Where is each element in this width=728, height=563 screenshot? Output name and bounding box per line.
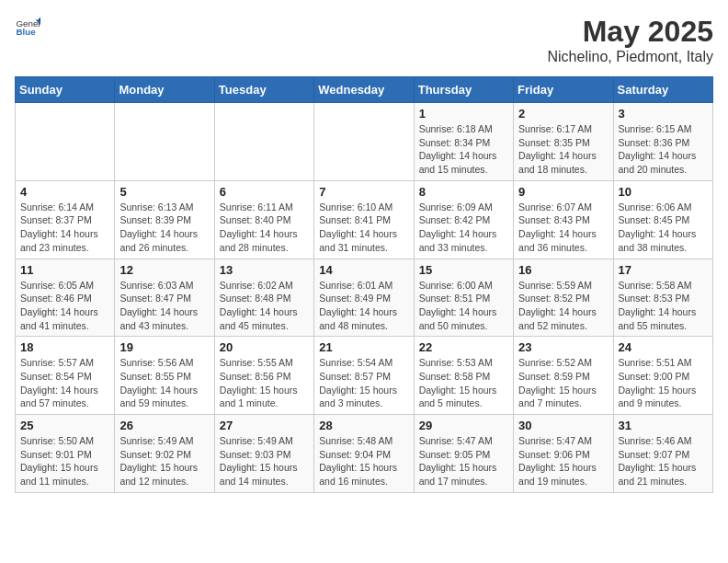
page-header: General Blue May 2025 Nichelino, Piedmon… — [15, 15, 713, 65]
day-info: Sunrise: 5:49 AM Sunset: 9:02 PM Dayligh… — [119, 434, 209, 488]
day-info: Sunrise: 6:14 AM Sunset: 8:37 PM Dayligh… — [20, 201, 109, 255]
calendar-cell: 31Sunrise: 5:46 AM Sunset: 9:07 PM Dayli… — [613, 415, 712, 493]
calendar-cell: 23Sunrise: 5:52 AM Sunset: 8:59 PM Dayli… — [514, 337, 613, 415]
day-number: 2 — [518, 107, 608, 121]
day-number: 4 — [20, 185, 109, 199]
calendar-week-row: 1Sunrise: 6:18 AM Sunset: 8:34 PM Daylig… — [16, 103, 713, 181]
day-info: Sunrise: 6:11 AM Sunset: 8:40 PM Dayligh… — [220, 201, 309, 255]
day-info: Sunrise: 5:49 AM Sunset: 9:03 PM Dayligh… — [220, 434, 309, 488]
day-info: Sunrise: 5:47 AM Sunset: 9:05 PM Dayligh… — [419, 434, 508, 488]
day-info: Sunrise: 6:10 AM Sunset: 8:41 PM Dayligh… — [319, 201, 408, 255]
day-number: 7 — [319, 185, 408, 199]
calendar-cell — [115, 103, 214, 181]
day-info: Sunrise: 6:01 AM Sunset: 8:49 PM Dayligh… — [319, 279, 408, 333]
calendar-week-row: 11Sunrise: 6:05 AM Sunset: 8:46 PM Dayli… — [16, 259, 713, 337]
day-info: Sunrise: 5:48 AM Sunset: 9:04 PM Dayligh… — [319, 434, 408, 488]
day-info: Sunrise: 6:18 AM Sunset: 8:34 PM Dayligh… — [419, 122, 508, 177]
day-number: 17 — [619, 263, 708, 277]
day-number: 31 — [619, 419, 708, 432]
calendar-cell: 3Sunrise: 6:15 AM Sunset: 8:36 PM Daylig… — [613, 103, 712, 181]
day-number: 1 — [419, 107, 508, 121]
calendar-cell: 19Sunrise: 5:56 AM Sunset: 8:55 PM Dayli… — [115, 337, 214, 415]
day-info: Sunrise: 6:00 AM Sunset: 8:51 PM Dayligh… — [419, 279, 508, 333]
calendar-cell: 21Sunrise: 5:54 AM Sunset: 8:57 PM Dayli… — [314, 337, 414, 415]
calendar-cell: 16Sunrise: 5:59 AM Sunset: 8:52 PM Dayli… — [514, 259, 613, 337]
calendar-cell: 7Sunrise: 6:10 AM Sunset: 8:41 PM Daylig… — [314, 180, 414, 259]
day-info: Sunrise: 6:05 AM Sunset: 8:46 PM Dayligh… — [20, 279, 109, 333]
weekday-header: Wednesday — [314, 77, 414, 103]
calendar-cell: 2Sunrise: 6:17 AM Sunset: 8:35 PM Daylig… — [514, 103, 613, 181]
calendar-cell: 29Sunrise: 5:47 AM Sunset: 9:05 PM Dayli… — [414, 415, 513, 493]
day-number: 8 — [419, 185, 508, 199]
day-number: 26 — [119, 419, 209, 432]
weekday-header: Tuesday — [214, 77, 313, 103]
weekday-header: Monday — [115, 77, 214, 103]
calendar-cell — [314, 103, 414, 181]
svg-text:Blue: Blue — [16, 27, 36, 37]
day-number: 11 — [20, 263, 109, 277]
day-number: 21 — [319, 340, 408, 354]
calendar-cell — [214, 103, 313, 181]
day-number: 20 — [220, 340, 309, 354]
logo: General Blue — [15, 15, 40, 40]
calendar-cell: 17Sunrise: 5:58 AM Sunset: 8:53 PM Dayli… — [613, 259, 712, 337]
day-info: Sunrise: 5:54 AM Sunset: 8:57 PM Dayligh… — [319, 356, 408, 410]
logo-icon: General Blue — [15, 15, 40, 40]
day-number: 5 — [119, 185, 209, 199]
day-number: 24 — [619, 340, 708, 354]
day-info: Sunrise: 5:52 AM Sunset: 8:59 PM Dayligh… — [518, 356, 608, 410]
calendar-table: SundayMondayTuesdayWednesdayThursdayFrid… — [15, 76, 713, 493]
day-info: Sunrise: 5:47 AM Sunset: 9:06 PM Dayligh… — [518, 434, 608, 488]
calendar-cell: 14Sunrise: 6:01 AM Sunset: 8:49 PM Dayli… — [314, 259, 414, 337]
weekday-header: Thursday — [414, 77, 513, 103]
day-number: 29 — [419, 419, 508, 432]
day-number: 12 — [119, 263, 209, 277]
day-number: 9 — [518, 185, 608, 199]
calendar-cell: 9Sunrise: 6:07 AM Sunset: 8:43 PM Daylig… — [514, 180, 613, 259]
calendar-cell: 15Sunrise: 6:00 AM Sunset: 8:51 PM Dayli… — [414, 259, 513, 337]
day-number: 16 — [518, 263, 608, 277]
day-info: Sunrise: 5:53 AM Sunset: 8:58 PM Dayligh… — [419, 356, 508, 410]
calendar-cell: 22Sunrise: 5:53 AM Sunset: 8:58 PM Dayli… — [414, 337, 513, 415]
weekday-header: Saturday — [613, 77, 712, 103]
calendar-cell: 12Sunrise: 6:03 AM Sunset: 8:47 PM Dayli… — [115, 259, 214, 337]
day-number: 27 — [220, 419, 309, 432]
day-info: Sunrise: 6:02 AM Sunset: 8:48 PM Dayligh… — [220, 279, 309, 333]
calendar-week-row: 25Sunrise: 5:50 AM Sunset: 9:01 PM Dayli… — [16, 415, 713, 493]
page-subtitle: Nichelino, Piedmont, Italy — [547, 49, 713, 65]
title-block: May 2025 Nichelino, Piedmont, Italy — [547, 15, 713, 65]
day-number: 18 — [20, 340, 109, 354]
calendar-cell: 27Sunrise: 5:49 AM Sunset: 9:03 PM Dayli… — [214, 415, 313, 493]
calendar-cell: 11Sunrise: 6:05 AM Sunset: 8:46 PM Dayli… — [16, 259, 115, 337]
calendar-cell: 26Sunrise: 5:49 AM Sunset: 9:02 PM Dayli… — [115, 415, 214, 493]
calendar-cell — [16, 103, 115, 181]
day-info: Sunrise: 6:07 AM Sunset: 8:43 PM Dayligh… — [518, 201, 608, 255]
day-info: Sunrise: 5:46 AM Sunset: 9:07 PM Dayligh… — [619, 434, 708, 488]
day-info: Sunrise: 5:59 AM Sunset: 8:52 PM Dayligh… — [518, 279, 608, 333]
calendar-cell: 6Sunrise: 6:11 AM Sunset: 8:40 PM Daylig… — [214, 180, 313, 259]
day-info: Sunrise: 6:15 AM Sunset: 8:36 PM Dayligh… — [619, 122, 708, 177]
page-title: May 2025 — [547, 15, 713, 49]
day-info: Sunrise: 5:50 AM Sunset: 9:01 PM Dayligh… — [20, 434, 109, 488]
day-number: 14 — [319, 263, 408, 277]
day-number: 28 — [319, 419, 408, 432]
calendar-cell: 8Sunrise: 6:09 AM Sunset: 8:42 PM Daylig… — [414, 180, 513, 259]
calendar-cell: 25Sunrise: 5:50 AM Sunset: 9:01 PM Dayli… — [16, 415, 115, 493]
weekday-header: Friday — [514, 77, 613, 103]
day-number: 30 — [518, 419, 608, 432]
day-number: 19 — [119, 340, 209, 354]
calendar-cell: 30Sunrise: 5:47 AM Sunset: 9:06 PM Dayli… — [514, 415, 613, 493]
calendar-cell: 10Sunrise: 6:06 AM Sunset: 8:45 PM Dayli… — [613, 180, 712, 259]
calendar-week-row: 18Sunrise: 5:57 AM Sunset: 8:54 PM Dayli… — [16, 337, 713, 415]
calendar-cell: 5Sunrise: 6:13 AM Sunset: 8:39 PM Daylig… — [115, 180, 214, 259]
calendar-cell: 24Sunrise: 5:51 AM Sunset: 9:00 PM Dayli… — [613, 337, 712, 415]
day-info: Sunrise: 5:51 AM Sunset: 9:00 PM Dayligh… — [619, 356, 708, 410]
calendar-header-row: SundayMondayTuesdayWednesdayThursdayFrid… — [16, 77, 713, 103]
calendar-cell: 18Sunrise: 5:57 AM Sunset: 8:54 PM Dayli… — [16, 337, 115, 415]
day-number: 13 — [220, 263, 309, 277]
day-info: Sunrise: 6:06 AM Sunset: 8:45 PM Dayligh… — [619, 201, 708, 255]
calendar-week-row: 4Sunrise: 6:14 AM Sunset: 8:37 PM Daylig… — [16, 180, 713, 259]
day-number: 23 — [518, 340, 608, 354]
day-info: Sunrise: 5:58 AM Sunset: 8:53 PM Dayligh… — [619, 279, 708, 333]
day-number: 22 — [419, 340, 508, 354]
